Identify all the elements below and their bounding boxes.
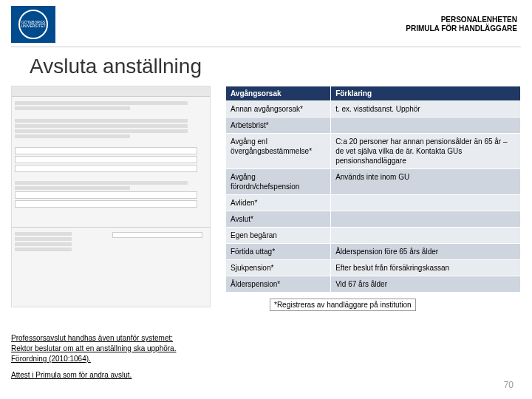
table-row: Avliden* [226, 195, 521, 211]
table-row: Avgång enl övergångsbestämmelse*C:a 20 p… [226, 134, 521, 169]
page-title: Avsluta anställning [0, 47, 532, 86]
table-row: Avslut* [226, 211, 521, 228]
table-row: Förtida uttag*Ålderspension före 65 års … [226, 244, 521, 260]
form-screenshot [11, 86, 211, 307]
col-reason: Avgångsorsak [226, 86, 331, 101]
col-explanation: Förklaring [331, 86, 521, 101]
footnote: *Registreras av handläggare på instituti… [270, 299, 416, 311]
table-row: Arbetsbrist* [226, 117, 521, 134]
notes: Professorsavslut handhas även utanför sy… [11, 333, 218, 381]
table-row: Egen begäran [226, 228, 521, 244]
table-row: Ålderspension*Vid 67 års ålder [226, 276, 521, 293]
university-logo: GÖTEBORGS UNIVERSITET [11, 6, 55, 43]
header-subtitle: PERSONALENHETEN PRIMULA FÖR HANDLÄGGARE [406, 16, 517, 33]
header: GÖTEBORGS UNIVERSITET PERSONALENHETEN PR… [0, 0, 532, 47]
table-row: Sjukpension*Efter beslut från försäkring… [226, 260, 521, 276]
page-number: 70 [504, 380, 514, 390]
reasons-table: Avgångsorsak Förklaring Annan avgångsors… [225, 86, 521, 293]
table-row: Avgång förordn/chefspensionAnvänds inte … [226, 169, 521, 195]
table-row: Annan avgångsorsak*t. ex. visstidsanst. … [226, 101, 521, 117]
